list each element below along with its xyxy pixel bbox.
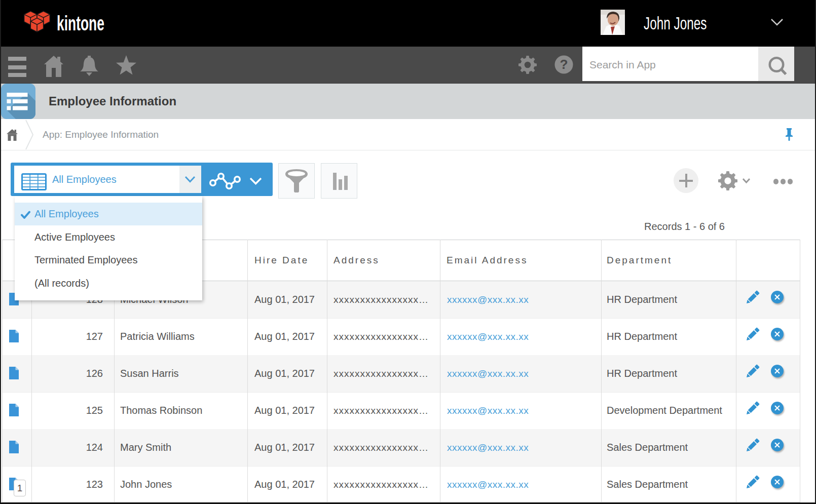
svg-text:?: ? xyxy=(560,57,568,72)
